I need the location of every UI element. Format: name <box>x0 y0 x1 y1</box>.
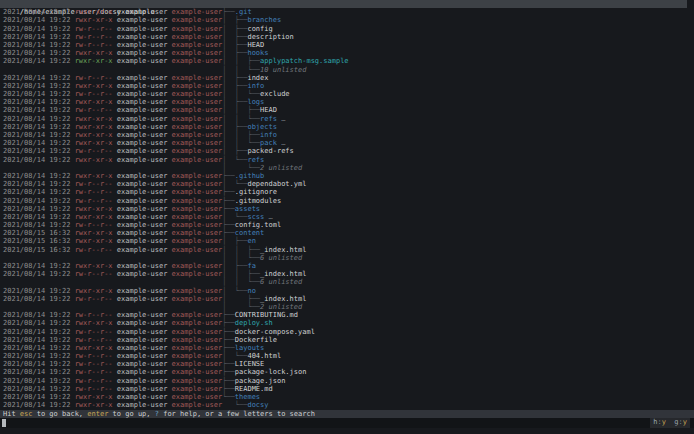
file-date: 2021/08/14 19:22 <box>3 16 75 24</box>
file-group: example-user <box>172 25 223 33</box>
file-permissions: rw-r--r-- <box>75 311 117 319</box>
file-owner: example-user <box>117 49 172 57</box>
file-name: package-lock.json <box>235 368 307 376</box>
file-owner: example-user <box>117 328 172 336</box>
search-input[interactable]: h:y g:y <box>0 418 694 428</box>
file-name: branches <box>247 16 281 24</box>
tree-row[interactable]: 2021/08/14 19:22 rwxr-xr-x example-user … <box>0 131 694 139</box>
file-group: example-user <box>172 180 223 188</box>
tree-row[interactable]: │ │ └──6 unlisted <box>0 278 694 286</box>
file-date: 2021/08/14 19:22 <box>3 319 75 327</box>
file-date: 2021/08/14 19:22 <box>3 401 75 409</box>
tree-row[interactable]: │ └──2 unlisted <box>0 164 694 172</box>
tree-row[interactable]: 2021/08/14 19:22 rwxr-xr-x example-user … <box>0 319 694 327</box>
file-owner: example-user <box>117 229 172 237</box>
tree-row[interactable]: 2021/08/14 19:22 rw-r--r-- example-user … <box>0 360 694 368</box>
tree-branch-lines: │ └── <box>222 287 247 295</box>
tree-row[interactable]: 2021/08/14 19:22 rw-r--r-- example-user … <box>0 352 694 360</box>
file-permissions: rw-r--r-- <box>75 368 117 376</box>
file-owner: example-user <box>117 131 172 139</box>
tree-row[interactable]: 2021/08/15 16:32 rwxr-xr-x example-user … <box>0 237 694 245</box>
tree-row[interactable]: 2021/08/14 19:22 rw-r--r-- example-user … <box>0 147 694 155</box>
tree-row[interactable]: 2021/08/14 19:22 rwxr-xr-x example-user … <box>0 8 694 16</box>
file-meta: 2021/08/14 19:22 rw-r--r-- example-user … <box>3 336 222 344</box>
file-name: docsy <box>247 401 268 409</box>
file-name: .gitignore <box>235 188 277 196</box>
file-permissions: rwxr-xr-x <box>75 229 117 237</box>
file-owner: example-user <box>117 360 172 368</box>
file-owner: example-user <box>117 147 172 155</box>
file-date: 2021/08/14 19:22 <box>3 49 75 57</box>
file-name: package.json <box>235 377 286 385</box>
tree-row[interactable]: 2021/08/14 19:22 rwxr-xr-x example-user … <box>0 57 694 65</box>
tree-row[interactable]: 2021/08/14 19:22 rwxr-xr-x example-user … <box>0 287 694 295</box>
tree-row[interactable]: 2021/08/14 19:22 rw-r--r-- example-user … <box>0 221 694 229</box>
tree-row[interactable]: 2021/08/14 19:22 rw-r--r-- example-user … <box>0 188 694 196</box>
file-meta: 2021/08/14 19:22 rwxr-xr-x example-user … <box>3 16 222 24</box>
file-owner: example-user <box>117 295 172 303</box>
tree-row[interactable]: 2021/08/14 19:22 rwxr-xr-x example-user … <box>0 16 694 24</box>
flag-value: y <box>683 418 687 426</box>
tree-row[interactable]: 2021/08/14 19:22 rw-r--r-- example-user … <box>0 180 694 188</box>
tree-row[interactable]: 2021/08/14 19:22 rw-r--r-- example-user … <box>0 197 694 205</box>
tree-row[interactable]: 2021/08/14 19:22 rw-r--r-- example-user … <box>0 74 694 82</box>
tree-row[interactable]: 2021/08/14 19:22 rwxr-xr-x example-user … <box>0 139 694 147</box>
tree-row[interactable]: 2021/08/15 16:32 rwxr-xr-x example-user … <box>0 229 694 237</box>
file-meta: 2021/08/14 19:22 rwxr-xr-x example-user … <box>3 287 222 295</box>
file-date: 2021/08/14 19:22 <box>3 352 75 360</box>
tree-row[interactable]: 2021/08/14 19:22 rw-r--r-- example-user … <box>0 328 694 336</box>
file-date: 2021/08/15 16:32 <box>3 246 75 254</box>
tree-row[interactable]: 2021/08/15 16:32 rw-r--r-- example-user … <box>0 246 694 254</box>
tree-row[interactable]: 2021/08/14 19:22 rw-r--r-- example-user … <box>0 336 694 344</box>
tree-branch-lines: ├── <box>222 311 235 319</box>
tree-row[interactable]: 2021/08/14 19:22 rw-r--r-- example-user … <box>0 33 694 41</box>
tree-row[interactable]: 2021/08/14 19:22 rw-r--r-- example-user … <box>0 377 694 385</box>
tree-row[interactable]: 2021/08/14 19:22 rwxr-xr-x example-user … <box>0 115 694 123</box>
file-group: example-user <box>172 287 223 295</box>
file-meta: 2021/08/14 19:22 rw-r--r-- example-user … <box>3 147 222 155</box>
file-group: example-user <box>172 401 223 409</box>
file-name: no <box>247 287 255 295</box>
file-permissions: rwxr-xr-x <box>75 262 117 270</box>
file-name: config.toml <box>235 221 281 229</box>
tree-row[interactable]: 2021/08/14 19:22 rwxr-xr-x example-user … <box>0 123 694 131</box>
tree-row[interactable]: │ │ └──6 unlisted <box>0 254 694 262</box>
tree-row[interactable]: 2021/08/14 19:22 rwxr-xr-x example-user … <box>0 344 694 352</box>
tree-row[interactable]: 2021/08/14 19:22 rw-r--r-- example-user … <box>0 270 694 278</box>
tree-row[interactable]: 2021/08/14 19:22 rw-r--r-- example-user … <box>0 90 694 98</box>
file-meta: 2021/08/14 19:22 rwxr-xr-x example-user … <box>3 82 222 90</box>
file-permissions: rwxr-xr-x <box>75 344 117 352</box>
file-group: example-user <box>172 344 223 352</box>
tree-row[interactable]: 2021/08/14 19:22 rwxr-xr-x example-user … <box>0 401 694 409</box>
tree-row[interactable]: 2021/08/14 19:22 rwxr-xr-x example-user … <box>0 213 694 221</box>
tree-row[interactable]: 2021/08/14 19:22 rwxr-xr-x example-user … <box>0 98 694 106</box>
tree-row[interactable]: 2021/08/14 19:22 rwxr-xr-x example-user … <box>0 393 694 401</box>
tree-row[interactable]: 2021/08/14 19:22 rwxr-xr-x example-user … <box>0 82 694 90</box>
tree-row[interactable]: 2021/08/14 19:22 rw-r--r-- example-user … <box>0 368 694 376</box>
tree-row[interactable]: 2021/08/14 19:22 rwxr-xr-x example-user … <box>0 205 694 213</box>
tree-row[interactable]: 2021/08/14 19:22 rw-r--r-- example-user … <box>0 295 694 303</box>
tree-row[interactable]: 2021/08/14 19:22 rw-r--r-- example-user … <box>0 41 694 49</box>
tree-row[interactable]: 2021/08/14 19:22 rw-r--r-- example-user … <box>0 311 694 319</box>
file-group: example-user <box>172 57 223 65</box>
status-text: Hit <box>3 410 20 418</box>
file-permissions: rwxr-xr-x <box>75 401 117 409</box>
tree-row[interactable]: 2021/08/14 19:22 rw-r--r-- example-user … <box>0 385 694 393</box>
file-group: example-user <box>172 139 223 147</box>
file-date: 2021/08/14 19:22 <box>3 90 75 98</box>
file-owner: example-user <box>117 262 172 270</box>
file-permissions: rw-r--r-- <box>75 295 117 303</box>
file-meta: 2021/08/15 16:32 rwxr-xr-x example-user … <box>3 237 222 245</box>
file-meta: 2021/08/14 19:22 rw-r--r-- example-user … <box>3 180 222 188</box>
tree-row[interactable]: 2021/08/14 19:22 rwxr-xr-x example-user … <box>0 172 694 180</box>
file-name: HEAD <box>260 106 277 114</box>
tree-row[interactable]: 2021/08/14 19:22 rw-r--r-- example-user … <box>0 106 694 114</box>
tree-row[interactable]: │ └──2 unlisted <box>0 303 694 311</box>
file-name: docker-compose.yaml <box>235 328 315 336</box>
tree-row[interactable]: 2021/08/14 19:22 rwxr-xr-x example-user … <box>0 262 694 270</box>
file-owner: example-user <box>117 41 172 49</box>
tree-row[interactable]: │ │ └──10 unlisted <box>0 66 694 74</box>
tree-row[interactable]: 2021/08/14 19:22 rw-r--r-- example-user … <box>0 25 694 33</box>
file-date: 2021/08/14 19:22 <box>3 188 75 196</box>
tree-row[interactable]: 2021/08/14 19:22 rwxr-xr-x example-user … <box>0 156 694 164</box>
